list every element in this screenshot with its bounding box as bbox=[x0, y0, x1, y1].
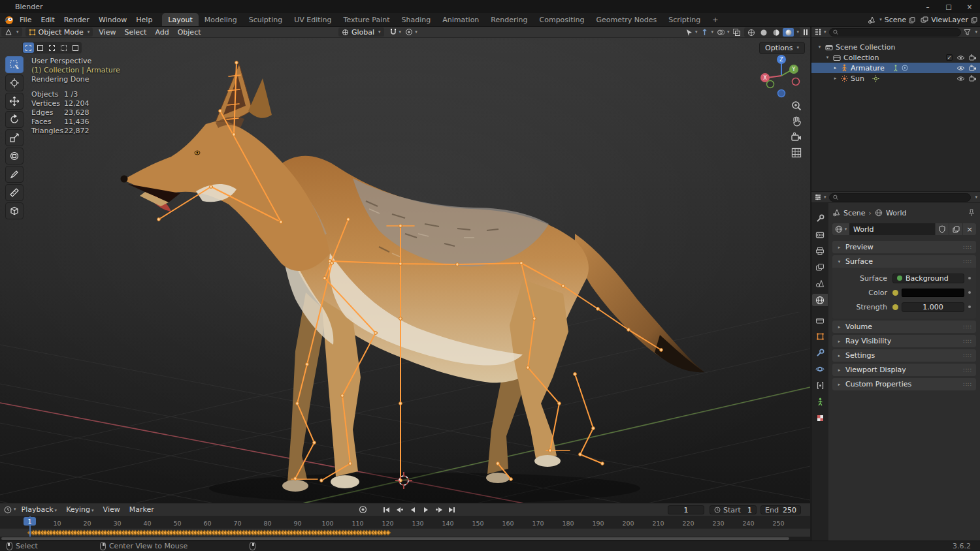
bone-joint[interactable] bbox=[294, 477, 297, 480]
world-name-field[interactable]: World bbox=[849, 223, 935, 235]
animate-strength-icon[interactable] bbox=[892, 304, 898, 310]
strength-field[interactable]: 1.000 bbox=[902, 302, 964, 312]
bone-joint[interactable] bbox=[533, 317, 536, 321]
viewport-menu-add[interactable]: Add bbox=[151, 28, 172, 37]
gizmos-toggle-icon[interactable]: ▾ bbox=[700, 28, 713, 37]
zoom-view-icon[interactable] bbox=[791, 100, 802, 112]
tab-constraints[interactable] bbox=[812, 379, 828, 392]
tool-add-cube[interactable] bbox=[5, 202, 24, 219]
blender-logo-icon[interactable] bbox=[4, 15, 14, 25]
gizmo-neg-z-axis[interactable] bbox=[778, 90, 785, 97]
color-swatch[interactable] bbox=[902, 289, 964, 297]
pause-render-button[interactable] bbox=[804, 29, 808, 35]
bone-joint[interactable] bbox=[399, 402, 402, 405]
bone-joint[interactable] bbox=[574, 373, 577, 376]
bone-joint[interactable] bbox=[331, 262, 334, 265]
bone-joint[interactable] bbox=[497, 462, 500, 465]
workspace-tab-rendering[interactable]: Rendering bbox=[485, 13, 533, 26]
bone-joint[interactable] bbox=[527, 366, 530, 370]
timeline-menu-keying[interactable]: Keying▾ bbox=[62, 505, 97, 514]
timeline-keyframe-track[interactable] bbox=[0, 528, 810, 537]
panel-surface[interactable]: ▾Surface∷∷ bbox=[832, 255, 976, 268]
timeline-menu-playback[interactable]: Playback▾ bbox=[18, 505, 61, 514]
hide-viewport-eye-icon[interactable] bbox=[956, 65, 965, 71]
next-keyframe-button[interactable] bbox=[433, 505, 445, 515]
timeline-ruler[interactable]: 1020304050607080901001101201301401501601… bbox=[0, 516, 810, 528]
properties-search[interactable] bbox=[829, 193, 972, 202]
bone-joint[interactable] bbox=[219, 110, 222, 113]
workspace-tab-uv-editing[interactable]: UV Editing bbox=[288, 13, 337, 26]
panel-volume[interactable]: ▸Volume∷∷ bbox=[832, 321, 976, 333]
disable-render-camera-icon[interactable] bbox=[969, 75, 977, 82]
bone-joint[interactable] bbox=[660, 349, 663, 352]
bone-joint[interactable] bbox=[349, 462, 352, 465]
tab-tool[interactable] bbox=[812, 212, 828, 225]
playhead-frame-badge[interactable]: 1 bbox=[24, 517, 36, 526]
breadcrumb-world[interactable]: World bbox=[886, 209, 907, 217]
sun-lamp-data-icon[interactable] bbox=[872, 75, 879, 82]
gizmo-neg-x-axis[interactable] bbox=[792, 78, 800, 86]
shading-wireframe-button[interactable] bbox=[745, 28, 757, 37]
bone-joint[interactable] bbox=[601, 462, 604, 465]
select-mode-subtract-icon[interactable] bbox=[46, 42, 57, 53]
bone-joint[interactable] bbox=[510, 478, 513, 481]
shading-rendered-button[interactable] bbox=[783, 28, 794, 37]
timeline-menu-view[interactable]: View bbox=[99, 505, 124, 514]
bone-joint[interactable] bbox=[520, 262, 523, 265]
bone-joint[interactable] bbox=[323, 277, 327, 280]
transform-orientation-select[interactable]: Global▾ bbox=[338, 27, 384, 37]
tab-modifiers[interactable] bbox=[812, 347, 828, 359]
timeline-editor-type-button[interactable]: ▾ bbox=[4, 506, 16, 514]
overlays-toggle-icon[interactable]: ▾ bbox=[717, 28, 730, 37]
bone-joint[interactable] bbox=[235, 61, 238, 65]
frame-end-field[interactable]: End 250 bbox=[760, 505, 801, 514]
tool-scale[interactable] bbox=[5, 129, 24, 146]
menu-help[interactable]: Help bbox=[131, 13, 157, 26]
minimize-button[interactable]: – bbox=[917, 0, 938, 13]
gizmo-neg-y-axis[interactable] bbox=[767, 81, 774, 88]
outliner-row-sun[interactable]: ▸ Sun bbox=[811, 73, 980, 84]
menu-window[interactable]: Window bbox=[94, 13, 131, 26]
play-button[interactable] bbox=[419, 505, 432, 515]
scrollbar-thumb[interactable] bbox=[1, 537, 789, 540]
workspace-tab-compositing[interactable]: Compositing bbox=[534, 13, 591, 26]
editor-type-button[interactable]: ▾ bbox=[1, 27, 22, 37]
workspace-tab-texture-paint[interactable]: Texture Paint bbox=[338, 13, 396, 26]
bone-joint[interactable] bbox=[280, 221, 283, 224]
workspace-tab-modeling[interactable]: Modeling bbox=[199, 13, 243, 26]
hide-viewport-eye-icon[interactable] bbox=[956, 55, 965, 61]
workspace-tab-scripting[interactable]: Scripting bbox=[662, 13, 706, 26]
workspace-tab-layout[interactable]: Layout bbox=[162, 13, 198, 26]
hide-viewport-eye-icon[interactable] bbox=[956, 76, 965, 82]
mode-select[interactable]: Object Mode▾ bbox=[25, 27, 93, 37]
bone-joint[interactable] bbox=[399, 225, 402, 228]
menu-render[interactable]: Render bbox=[59, 13, 94, 26]
close-button[interactable]: × bbox=[959, 0, 980, 13]
tool-annotate[interactable] bbox=[5, 166, 24, 183]
bone-joint[interactable] bbox=[596, 307, 600, 311]
bone-joint[interactable] bbox=[627, 328, 630, 332]
breadcrumb-scene[interactable]: Scene bbox=[843, 209, 866, 217]
panel-ray-visibility[interactable]: ▸Ray Visibility∷∷ bbox=[832, 335, 976, 347]
bone-joint[interactable] bbox=[562, 285, 565, 288]
filter-funnel-icon[interactable] bbox=[964, 29, 971, 36]
fake-user-shield-icon[interactable] bbox=[936, 223, 949, 235]
snap-magnet-icon[interactable]: ▾ bbox=[389, 28, 402, 36]
move-view-hand-icon[interactable] bbox=[791, 116, 802, 127]
xray-toggle-icon[interactable] bbox=[732, 28, 741, 37]
outliner-editor-type-button[interactable]: ▾ bbox=[814, 28, 826, 36]
duplicate-datablock-icon[interactable] bbox=[949, 223, 962, 235]
bone-joint[interactable] bbox=[549, 449, 552, 452]
viewport-menu-select[interactable]: Select bbox=[120, 28, 150, 37]
surface-shader-select[interactable]: Background bbox=[892, 274, 964, 283]
jump-to-start-button[interactable] bbox=[380, 505, 393, 515]
gizmo-z-axis[interactable]: Z bbox=[779, 57, 783, 63]
tool-transform[interactable] bbox=[5, 148, 24, 165]
scene-selector[interactable]: ▾ Scene bbox=[868, 16, 915, 24]
shading-solid-button[interactable] bbox=[758, 28, 769, 37]
tab-output[interactable] bbox=[812, 245, 828, 257]
workspace-tab-animation[interactable]: Animation bbox=[436, 13, 485, 26]
bone-joint[interactable] bbox=[233, 133, 236, 136]
bone-joint[interactable] bbox=[579, 453, 582, 456]
panel-custom-properties[interactable]: ▸Custom Properties∷∷ bbox=[832, 378, 976, 390]
